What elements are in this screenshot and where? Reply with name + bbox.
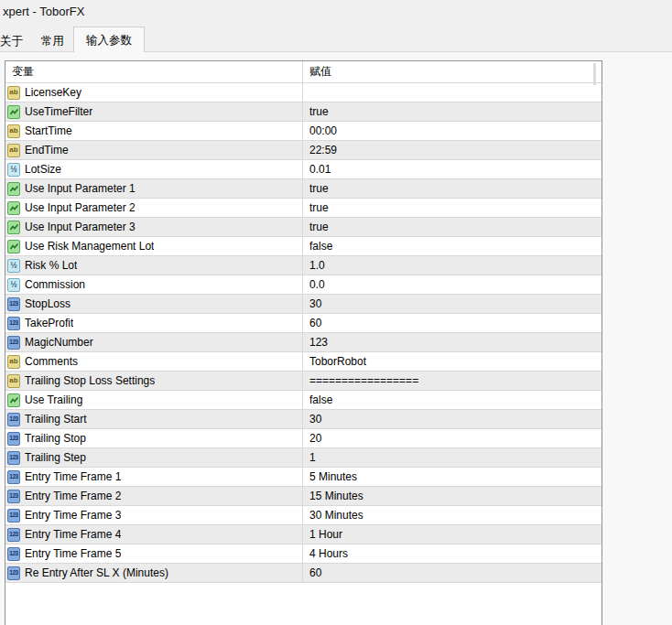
param-name-cell: 123Trailing Start: [5, 410, 303, 428]
param-row[interactable]: Use Input Parameter 3true: [5, 218, 602, 237]
param-row[interactable]: ½LotSize0.01: [5, 160, 602, 179]
param-value-cell[interactable]: 123: [303, 333, 602, 351]
param-name-label: Use Trailing: [25, 393, 82, 406]
param-row[interactable]: 123StopLoss30: [5, 295, 602, 314]
param-name-cell: 123Re Entry After SL X (Minutes): [5, 564, 303, 582]
param-row[interactable]: UseTimeFiltertrue: [5, 102, 602, 122]
param-value-cell[interactable]: true: [303, 179, 602, 198]
param-row[interactable]: 123Entry Time Frame 41 Hour: [5, 525, 602, 544]
vertical-scrollbar-thumb[interactable]: [593, 63, 596, 85]
param-value-cell[interactable]: [303, 83, 602, 102]
param-value-cell[interactable]: 20: [303, 429, 602, 447]
param-value-cell[interactable]: false: [303, 237, 602, 255]
param-value-cell[interactable]: 30: [303, 295, 602, 313]
param-row[interactable]: 123Trailing Step1: [5, 448, 602, 468]
bool-type-icon: [7, 105, 20, 119]
param-row[interactable]: 123Re Entry After SL X (Minutes)60: [5, 564, 602, 583]
param-name-label: Entry Time Frame 2: [25, 490, 121, 502]
param-row[interactable]: abEndTime22:59: [5, 141, 602, 160]
param-value-cell[interactable]: 1: [303, 448, 602, 467]
param-value-cell[interactable]: true: [303, 218, 602, 236]
param-name-cell: 123Entry Time Frame 3: [5, 506, 303, 524]
param-value-cell[interactable]: 30 Minutes: [303, 506, 602, 524]
param-value-cell[interactable]: 4 Hours: [303, 544, 602, 563]
param-value-cell[interactable]: 0.0: [303, 275, 602, 294]
double-type-icon: ½: [7, 259, 20, 273]
param-name-cell: abLicenseKey: [5, 83, 303, 102]
param-row[interactable]: abStartTime00:00: [5, 122, 602, 141]
param-name-label: Use Input Parameter 2: [25, 201, 135, 214]
param-value-cell[interactable]: 22:59: [303, 141, 602, 159]
param-value-cell[interactable]: 5 Minutes: [303, 468, 602, 486]
param-row[interactable]: 123MagicNumber123: [5, 333, 602, 352]
param-row[interactable]: Use Input Parameter 1true: [5, 179, 602, 199]
param-name-cell: ½LotSize: [5, 160, 303, 178]
int-type-icon: 123: [7, 490, 20, 503]
param-row[interactable]: Use Risk Management Lotfalse: [5, 237, 602, 256]
param-row[interactable]: Use Input Parameter 2true: [5, 199, 602, 218]
param-value-cell[interactable]: false: [303, 391, 602, 409]
param-name-cell: 123StopLoss: [5, 295, 303, 313]
param-name-cell: Use Input Parameter 3: [5, 218, 303, 236]
tab-inputs[interactable]: 输入参数: [73, 27, 145, 52]
param-row[interactable]: Use Trailingfalse: [5, 391, 602, 410]
param-value-cell[interactable]: 0.01: [303, 160, 602, 178]
param-value-cell[interactable]: =================: [303, 372, 602, 390]
param-name-cell: 123Entry Time Frame 1: [5, 468, 303, 486]
param-value-cell[interactable]: 60: [303, 564, 602, 582]
string-type-icon: ab: [7, 355, 20, 369]
param-name-cell: UseTimeFilter: [5, 102, 303, 121]
param-row[interactable]: 123TakeProfit60: [5, 314, 602, 333]
table-header: 变量 赋值: [5, 61, 602, 83]
param-name-cell: 123Trailing Step: [5, 448, 303, 467]
param-name-cell: 123Entry Time Frame 4: [5, 525, 303, 544]
int-type-icon: 123: [7, 528, 20, 542]
param-name-label: Trailing Stop Loss Settings: [25, 374, 155, 387]
param-name-cell: abTrailing Stop Loss Settings: [5, 372, 303, 390]
tab-about[interactable]: 关于: [0, 30, 32, 52]
param-name-label: Trailing Stop: [25, 432, 86, 445]
param-row[interactable]: 123Trailing Stop20: [5, 429, 602, 448]
param-row[interactable]: 123Trailing Start30: [5, 410, 602, 429]
bool-type-icon: [7, 201, 20, 215]
string-type-icon: ab: [7, 144, 20, 157]
param-table-body: abLicenseKeyUseTimeFiltertrueabStartTime…: [5, 83, 602, 583]
bool-type-icon: [7, 240, 20, 253]
param-value-cell[interactable]: true: [303, 199, 602, 217]
param-name-cell: 123Trailing Stop: [5, 429, 303, 447]
param-value-cell[interactable]: ToborRobot: [303, 352, 602, 371]
param-row[interactable]: 123Entry Time Frame 330 Minutes: [5, 506, 602, 525]
param-row[interactable]: 123Entry Time Frame 54 Hours: [5, 544, 602, 564]
param-row[interactable]: 123Entry Time Frame 15 Minutes: [5, 468, 602, 487]
param-value-cell[interactable]: 60: [303, 314, 602, 332]
column-header-variable: 变量: [5, 61, 303, 82]
bool-type-icon: [7, 182, 20, 196]
int-type-icon: 123: [7, 470, 20, 484]
param-row[interactable]: abTrailing Stop Loss Settings===========…: [5, 372, 602, 391]
param-value-cell[interactable]: 1 Hour: [303, 525, 602, 544]
double-type-icon: ½: [7, 163, 20, 177]
param-row[interactable]: ½Risk % Lot1.0: [5, 256, 602, 275]
param-name-cell: abComments: [5, 352, 303, 371]
param-name-cell: 123TakeProfit: [5, 314, 303, 332]
param-value-cell[interactable]: 1.0: [303, 256, 602, 275]
param-name-label: Entry Time Frame 3: [25, 509, 121, 522]
param-value-cell[interactable]: true: [303, 102, 602, 121]
param-name-label: TakeProfit: [25, 317, 73, 329]
int-type-icon: 123: [7, 297, 20, 311]
param-row[interactable]: ½Commission0.0: [5, 275, 602, 295]
param-value-cell[interactable]: 30: [303, 410, 602, 428]
int-type-icon: 123: [7, 566, 20, 580]
tab-common[interactable]: 常用: [32, 30, 73, 52]
param-value-cell[interactable]: 15 Minutes: [303, 487, 602, 505]
param-name-cell: abStartTime: [5, 122, 303, 140]
int-type-icon: 123: [7, 317, 20, 330]
param-row[interactable]: abCommentsToborRobot: [5, 352, 602, 372]
param-value-cell[interactable]: 00:00: [303, 122, 602, 140]
param-name-label: Use Input Parameter 3: [25, 221, 135, 233]
param-name-cell: Use Input Parameter 1: [5, 179, 303, 198]
param-row[interactable]: abLicenseKey: [5, 83, 602, 102]
param-row[interactable]: 123Entry Time Frame 215 Minutes: [5, 487, 602, 506]
param-name-cell: ½Risk % Lot: [5, 256, 303, 275]
param-name-label: Comments: [25, 355, 78, 368]
